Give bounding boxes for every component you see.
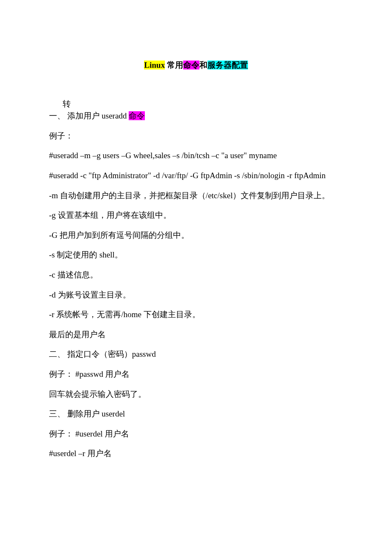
title-part-linux: Linux	[144, 61, 165, 69]
paragraph-option-s: -s 制定使用的 shell。	[49, 249, 343, 261]
paragraph-example-label-1: 例子：	[49, 130, 343, 142]
paragraph-option-c: -c 描述信息。	[49, 269, 343, 281]
paragraph-userdel-example: 例子： #userdel 用户名	[49, 428, 343, 440]
paragraph-option-g-lower: -g 设置基本组，用户将在该组中。	[49, 210, 343, 221]
section-heading-3: 三、 删除用户 userdel	[49, 408, 343, 420]
title-part-server: 服务器配置	[208, 61, 248, 69]
title-part-common: 常用	[165, 61, 183, 69]
paragraph-option-r: -r 系统帐号，无需再/home 下创建主目录。	[49, 309, 343, 321]
paragraph-option-m: -m 自动创建用户的主目录，并把框架目录（/etc/skel）文件复制到用户目录…	[49, 190, 343, 202]
indent-text: 转	[63, 98, 343, 110]
paragraph-code-1: #useradd –m –g users –G wheel,sales –s /…	[49, 150, 343, 162]
paragraph-last-is-username: 最后的是用户名	[49, 329, 343, 341]
paragraph-passwd-note: 回车就会提示输入密码了。	[49, 389, 343, 400]
paragraph-code-2: #useradd -c "ftp Administrator" -d /var/…	[49, 170, 343, 182]
heading-1-prefix: 一、 添加用户 useradd	[49, 111, 129, 120]
paragraph-passwd-example: 例子： #passwd 用户名	[49, 369, 343, 380]
section-heading-2: 二、 指定口令（密码）passwd	[49, 349, 343, 360]
paragraph-option-d: -d 为账号设置主目录。	[49, 289, 343, 301]
title-part-command: 命令	[183, 61, 199, 69]
section-heading-1: 一、 添加用户 useradd 命令	[49, 110, 343, 122]
title-part-and: 和	[199, 61, 208, 69]
paragraph-userdel-r: #userdel –r 用户名	[49, 448, 343, 460]
paragraph-option-g-upper: -G 把用户加到所有逗号间隔的分组中。	[49, 230, 343, 241]
document-title: Linux 常用命令和服务器配置	[49, 60, 343, 71]
heading-1-highlight: 命令	[129, 111, 145, 120]
